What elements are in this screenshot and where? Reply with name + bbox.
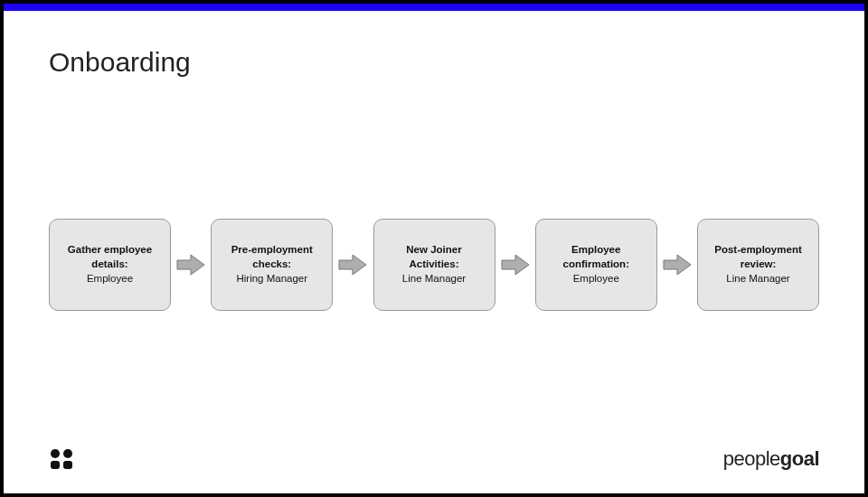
page-title: Onboarding — [49, 47, 819, 78]
step-label: Gather employee details: — [57, 243, 163, 271]
step-label: Employee confirmation: — [543, 243, 649, 271]
svg-point-1 — [63, 449, 72, 458]
brand-suffix: goal — [780, 447, 819, 470]
svg-rect-3 — [63, 461, 72, 469]
step-role: Employee — [87, 272, 133, 286]
arrow-icon — [176, 252, 205, 277]
step-role: Line Manager — [402, 272, 466, 286]
step-role: Hiring Manager — [236, 272, 307, 286]
step-label: New Joiner Activities: — [382, 243, 487, 271]
step-box: Pre-employment checks: Hiring Manager — [211, 219, 333, 311]
logo-wordmark: peoplegoal — [723, 447, 819, 471]
step-label: Post-employment review: — [705, 243, 811, 271]
flow-container: Gather employee details: Employee Pre-em… — [49, 87, 819, 443]
step-label: Pre-employment checks: — [219, 243, 325, 271]
svg-point-0 — [51, 449, 60, 458]
svg-rect-2 — [51, 461, 60, 469]
brand-prefix: people — [723, 447, 780, 470]
slide: Onboarding Gather employee details: Empl… — [4, 11, 864, 493]
step-role: Line Manager — [726, 272, 789, 286]
arrow-icon — [338, 252, 367, 277]
accent-bar — [4, 4, 864, 11]
step-box: Employee confirmation: Employee — [535, 219, 657, 311]
step-role: Employee — [573, 272, 619, 286]
arrow-icon — [501, 252, 530, 277]
logo-mark-icon — [49, 448, 76, 470]
footer: peoplegoal — [49, 443, 819, 475]
step-box: New Joiner Activities: Line Manager — [373, 219, 495, 311]
arrow-icon — [663, 252, 692, 277]
frame: Onboarding Gather employee details: Empl… — [0, 0, 868, 497]
step-box: Post-employment review: Line Manager — [697, 219, 819, 311]
step-box: Gather employee details: Employee — [49, 219, 171, 311]
onboarding-flow: Gather employee details: Employee Pre-em… — [49, 219, 819, 311]
